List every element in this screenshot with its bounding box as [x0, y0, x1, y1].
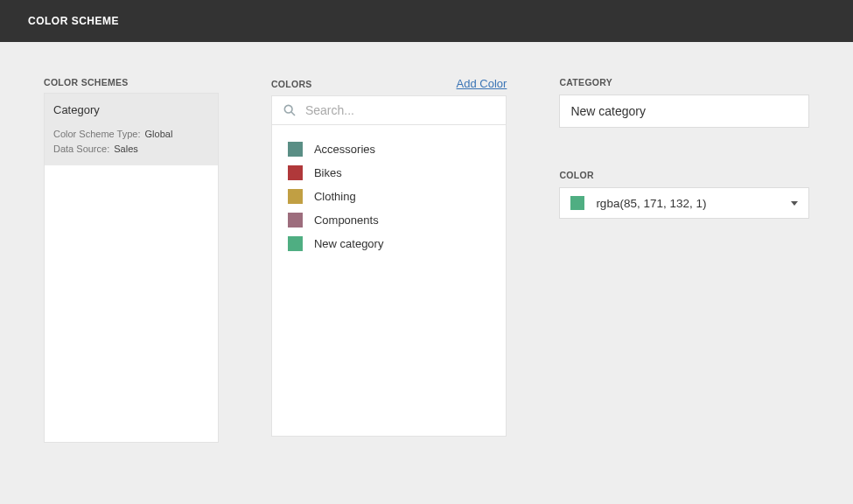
color-name: New category [314, 237, 383, 250]
scheme-meta: Color Scheme Type: Global Data Source: S… [53, 127, 209, 156]
schemes-label: COLOR SCHEMES [44, 77, 219, 88]
colors-panel: Accessories Bikes Clothing Components Ne… [271, 95, 507, 437]
content: COLOR SCHEMES Category Color Scheme Type… [0, 42, 853, 469]
color-name: Clothing [314, 190, 356, 203]
list-item[interactable]: New category [288, 232, 490, 256]
color-dropdown[interactable]: rgba(85, 171, 132, 1) [559, 187, 809, 219]
color-swatch [288, 189, 303, 204]
add-color-link[interactable]: Add Color [457, 77, 507, 90]
colors-header: COLORS Add Color [271, 77, 507, 90]
scheme-type-label: Color Scheme Type: [53, 129, 140, 139]
color-swatch [288, 213, 303, 228]
list-item[interactable]: Clothing [288, 185, 490, 208]
list-item[interactable]: Bikes [288, 161, 490, 185]
detail-column: CATEGORY COLOR rgba(85, 171, 132, 1) [559, 77, 809, 219]
schemes-column: COLOR SCHEMES Category Color Scheme Type… [44, 77, 219, 443]
scheme-list: Category Color Scheme Type: Global Data … [44, 93, 219, 443]
scheme-item-name: Category [53, 103, 209, 116]
search-icon [283, 103, 297, 117]
svg-point-0 [284, 105, 292, 113]
color-name: Components [314, 214, 379, 227]
colors-label: COLORS [271, 79, 312, 89]
color-swatch [288, 142, 303, 157]
scheme-source-label: Data Source: [53, 144, 109, 154]
scheme-item[interactable]: Category Color Scheme Type: Global Data … [45, 94, 218, 165]
list-item[interactable]: Accessories [288, 137, 490, 161]
selected-color-swatch [570, 196, 584, 210]
selected-color-text: rgba(85, 171, 132, 1) [596, 197, 780, 210]
chevron-down-icon [791, 201, 798, 206]
svg-line-1 [291, 112, 295, 116]
colors-column: COLORS Add Color Accessories Bikes [271, 77, 507, 437]
list-item[interactable]: Components [288, 208, 490, 232]
search-row [272, 96, 506, 125]
colors-listing: Accessories Bikes Clothing Components Ne… [272, 125, 506, 268]
color-swatch [288, 165, 303, 180]
color-section-label: COLOR [559, 170, 809, 180]
search-input[interactable] [305, 103, 495, 117]
color-section: COLOR rgba(85, 171, 132, 1) [559, 170, 809, 219]
category-label: CATEGORY [559, 77, 809, 88]
color-swatch [288, 236, 303, 251]
color-name: Bikes [314, 166, 342, 179]
category-input[interactable] [559, 94, 809, 128]
scheme-source-value: Sales [114, 144, 138, 154]
header-title: COLOR SCHEME [28, 15, 119, 27]
header: COLOR SCHEME [0, 0, 853, 42]
color-name: Accessories [314, 143, 375, 156]
scheme-type-value: Global [145, 129, 173, 139]
